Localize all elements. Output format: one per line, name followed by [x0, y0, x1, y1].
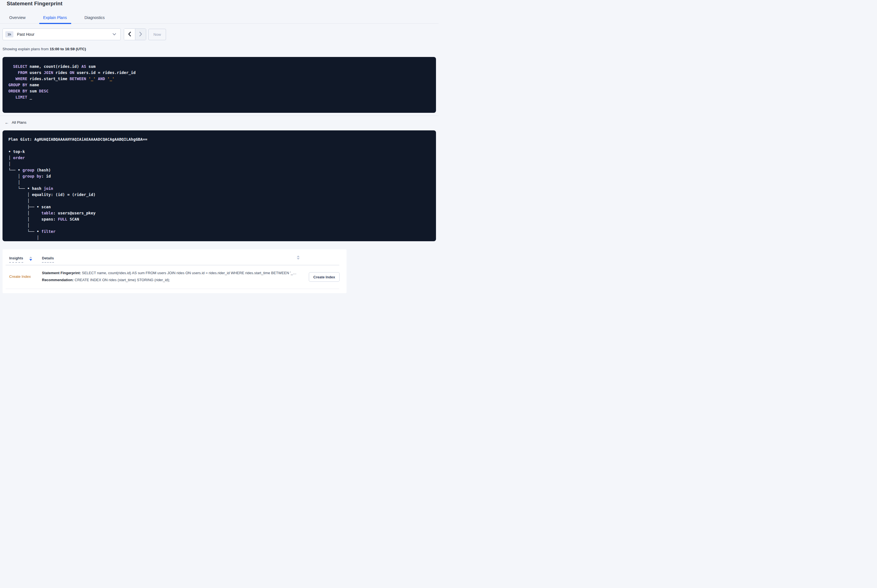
code-line: • top-k — [8, 148, 431, 154]
insight-type-link[interactable]: Create Index — [9, 274, 31, 279]
insight-details-cell: Statement Fingerprint: SELECT name, coun… — [42, 269, 302, 284]
tab-explain-plans[interactable]: Explain Plans — [43, 13, 67, 24]
all-plans-back-link[interactable]: ← All Plans — [5, 120, 438, 124]
code-line: │ — [8, 198, 431, 204]
tab-diagnostics-label: Diagnostics — [84, 15, 105, 20]
time-picker-row: 1h Past Hour Now — [3, 28, 438, 40]
code-line: │ order — [8, 154, 431, 161]
chevron-down-icon — [113, 33, 116, 36]
insights-table-card: Insights Details Create Index Statement … — [3, 249, 346, 293]
showing-range-text: Showing explain plans from 15:00 to 16:5… — [3, 47, 438, 51]
details-header-label: Details — [42, 256, 54, 263]
statement-fingerprint-text: SELECT name, count(rides.id) AS sum FROM… — [81, 271, 296, 275]
page-title: Statement Fingerprint — [7, 0, 438, 7]
statement-fingerprint-label: Statement Fingerprint: — [42, 271, 81, 275]
code-line: SELECT name, count(rides.id) AS sum — [8, 63, 431, 69]
code-line: ├── • scan — [8, 204, 431, 210]
code-line: │ — [8, 222, 431, 228]
insights-header-label: Insights — [9, 256, 23, 263]
column-header-details[interactable]: Details — [42, 256, 54, 263]
code-line: GROUP BY name — [8, 82, 431, 88]
tab-overview[interactable]: Overview — [9, 13, 26, 24]
code-line: └── • filter — [8, 228, 431, 234]
recommendation-text: CREATE INDEX ON rides (start_time) STORI… — [74, 278, 170, 282]
code-line: │ equality: (id) = (rider_id) — [8, 192, 431, 198]
code-line: │ — [8, 161, 431, 167]
tab-bar: Overview Explain Plans Diagnostics — [0, 13, 438, 24]
section-divider — [0, 116, 438, 116]
code-line: FROM users JOIN rides ON users.id = ride… — [8, 69, 431, 76]
code-line: WHERE rides.start_time BETWEEN '_' AND '… — [8, 76, 431, 82]
code-line: LIMIT _ — [8, 94, 431, 100]
create-index-button[interactable]: Create Index — [309, 272, 340, 282]
arrow-left-icon: ← — [5, 120, 9, 124]
time-range-label: Past Hour — [17, 32, 35, 37]
sort-icon-details[interactable] — [297, 255, 299, 260]
tab-diagnostics[interactable]: Diagnostics — [84, 13, 105, 24]
showing-range-prefix: Showing explain plans from — [3, 47, 50, 51]
chevron-left-icon — [128, 32, 131, 38]
now-button[interactable]: Now — [148, 29, 166, 40]
recommendation-label: Recommendation: — [42, 278, 74, 282]
tab-overview-label: Overview — [9, 15, 26, 20]
tab-explain-plans-label: Explain Plans — [43, 15, 67, 20]
blank-line — [8, 142, 431, 148]
plan-gist-line: Plan Gist: AgHUAQIABQAAAAHYAQIAiAEAAAADC… — [8, 136, 431, 142]
sql-statement-block: SELECT name, count(rides.id) AS sum FROM… — [3, 57, 436, 113]
time-range-dropdown[interactable]: 1h Past Hour — [3, 28, 121, 40]
code-line: │ spans: FULL SCAN — [8, 216, 431, 222]
all-plans-label: All Plans — [12, 120, 27, 124]
plan-gist-block: Plan Gist: AgHUAQIABQAAAAHYAQIAiAEAAAADC… — [3, 130, 436, 241]
chevron-right-icon — [139, 32, 142, 38]
sort-icon-insights[interactable] — [29, 256, 32, 261]
code-line: ORDER BY sum DESC — [8, 88, 431, 94]
code-line: └── • hash join — [8, 185, 431, 192]
code-line: │ group by: id — [8, 173, 431, 179]
time-step-group — [124, 28, 146, 40]
statement-fingerprint-line: Statement Fingerprint: SELECT name, coun… — [42, 269, 302, 276]
code-line: │ — [8, 234, 431, 241]
showing-range-value: 15:00 to 16:59 (UTC) — [50, 47, 86, 51]
previous-interval-button[interactable] — [124, 29, 135, 40]
code-line: └── • group (hash) — [8, 167, 431, 173]
code-line: │ table: users@users_pkey — [8, 210, 431, 216]
interval-badge: 1h — [5, 31, 14, 38]
code-line: │ — [8, 179, 431, 185]
plan-tree: • top-k│ order│└── • group (hash) │ grou… — [8, 148, 431, 241]
recommendation-line: Recommendation: CREATE INDEX ON rides (s… — [42, 276, 302, 284]
table-row-divider — [6, 289, 339, 289]
column-header-insights[interactable]: Insights — [9, 256, 32, 263]
next-interval-button[interactable] — [135, 29, 146, 40]
